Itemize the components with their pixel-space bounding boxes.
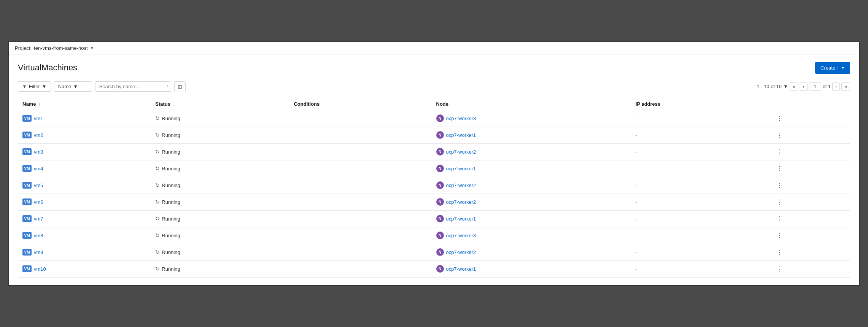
vm-table: Name ↑ Status ↕ Conditions Node IP addre… (18, 98, 850, 278)
row-kebab-button[interactable]: ⋮ (774, 114, 785, 123)
vm-name-link[interactable]: vm7 (34, 216, 43, 222)
vm-name-link[interactable]: vm1 (34, 116, 43, 121)
create-button[interactable]: Create ▼ (815, 62, 850, 74)
pagination-of-label: of 1 (823, 84, 831, 89)
cell-actions: ⋮ (769, 143, 850, 160)
cell-ip: - (631, 227, 770, 244)
search-input[interactable] (95, 81, 171, 92)
cell-node: N ocp7-worker3 (432, 227, 631, 244)
cell-name: VM vm7 (18, 210, 151, 227)
cell-node: N ocp7-worker3 (432, 110, 631, 127)
search-input-wrap: / (95, 81, 171, 92)
cell-status: ↻ Running (151, 244, 289, 260)
col-header-ip: IP address (631, 98, 770, 110)
cell-name: VM vm2 (18, 127, 151, 143)
pagination-dropdown-icon: ▼ (783, 84, 788, 89)
ip-value: - (636, 233, 637, 238)
ip-value: - (636, 199, 637, 205)
vm-name-link[interactable]: vm6 (34, 199, 43, 205)
node-link[interactable]: ocp7-worker2 (446, 249, 476, 255)
node-badge: N (436, 165, 444, 172)
page-header: VirtualMachines Create ▼ (18, 62, 850, 74)
project-name: ten-vms-from-same-host (34, 45, 88, 51)
vm-name-link[interactable]: vm10 (34, 266, 46, 272)
cell-conditions (289, 227, 431, 244)
pagination-first-button[interactable]: « (790, 83, 798, 91)
pagination-count-wrap: 1 - 10 of 10 ▼ (757, 84, 788, 89)
row-kebab-button[interactable]: ⋮ (774, 181, 785, 190)
row-kebab-button[interactable]: ⋮ (774, 148, 785, 156)
filter-icon: ▼ (22, 84, 27, 89)
vm-badge: VM (22, 265, 32, 272)
cell-status: ↻ Running (151, 177, 289, 194)
cell-ip: - (631, 244, 770, 260)
vm-name-link[interactable]: vm5 (34, 183, 43, 188)
cell-node: N ocp7-worker2 (432, 244, 631, 260)
cell-status: ↻ Running (151, 160, 289, 177)
vm-name-link[interactable]: vm4 (34, 166, 43, 171)
name-dropdown[interactable]: Name ▼ (54, 81, 92, 92)
col-header-node: Node (432, 98, 631, 110)
cell-node: N ocp7-worker1 (432, 260, 631, 277)
filter-button[interactable]: ▼ Filter ▼ (18, 81, 51, 92)
node-link[interactable]: ocp7-worker1 (446, 132, 476, 138)
row-kebab-button[interactable]: ⋮ (774, 214, 785, 223)
col-header-name[interactable]: Name ↑ (18, 98, 151, 110)
node-link[interactable]: ocp7-worker3 (446, 233, 476, 238)
cell-conditions (289, 143, 431, 160)
status-text: Running (162, 233, 180, 238)
cell-node: N ocp7-worker2 (432, 143, 631, 160)
row-kebab-button[interactable]: ⋮ (774, 164, 785, 173)
pagination: 1 - 10 of 10 ▼ « ‹ of 1 › » (757, 82, 850, 91)
pagination-last-button[interactable]: » (841, 83, 850, 91)
cell-ip: - (631, 160, 770, 177)
vm-name-link[interactable]: vm9 (34, 249, 43, 255)
row-kebab-button[interactable]: ⋮ (774, 198, 785, 206)
cell-status: ↻ Running (151, 143, 289, 160)
table-body: VM vm1 ↻ Running N ocp7-worker3 - (18, 110, 850, 277)
node-link[interactable]: ocp7-worker1 (446, 166, 476, 171)
columns-manage-button[interactable]: ⊞ (174, 81, 186, 92)
cell-conditions (289, 110, 431, 127)
node-link[interactable]: ocp7-worker3 (446, 116, 476, 121)
pagination-page-input[interactable] (809, 82, 821, 91)
vm-name-link[interactable]: vm3 (34, 149, 43, 155)
cell-node: N ocp7-worker2 (432, 194, 631, 210)
cell-name: VM vm8 (18, 227, 151, 244)
node-link[interactable]: ocp7-worker1 (446, 216, 476, 222)
page-title: VirtualMachines (18, 63, 77, 73)
cell-actions: ⋮ (769, 227, 850, 244)
status-text: Running (162, 199, 180, 205)
vm-badge: VM (22, 198, 32, 205)
pagination-next-button[interactable]: › (832, 83, 840, 91)
cell-actions: ⋮ (769, 160, 850, 177)
row-kebab-button[interactable]: ⋮ (774, 231, 785, 240)
vm-name-link[interactable]: vm8 (34, 233, 43, 238)
row-kebab-button[interactable]: ⋮ (774, 248, 785, 257)
cell-conditions (289, 177, 431, 194)
ip-value: - (636, 149, 637, 155)
name-sort-icon: ↑ (38, 102, 40, 106)
row-kebab-button[interactable]: ⋮ (774, 265, 785, 273)
vm-badge: VM (22, 132, 32, 138)
vm-name-link[interactable]: vm2 (34, 132, 43, 138)
project-selector[interactable]: Project: ten-vms-from-same-host ▼ (15, 45, 94, 51)
cell-actions: ⋮ (769, 110, 850, 127)
node-link[interactable]: ocp7-worker2 (446, 199, 476, 205)
node-link[interactable]: ocp7-worker1 (446, 266, 476, 272)
cell-name: VM vm4 (18, 160, 151, 177)
cell-conditions (289, 194, 431, 210)
running-icon: ↻ (155, 199, 160, 205)
columns-icon: ⊞ (178, 84, 182, 90)
cell-name: VM vm3 (18, 143, 151, 160)
cell-node: N ocp7-worker1 (432, 160, 631, 177)
cell-ip: - (631, 260, 770, 277)
pagination-prev-button[interactable]: ‹ (800, 83, 808, 91)
node-link[interactable]: ocp7-worker2 (446, 149, 476, 155)
cell-name: VM vm6 (18, 194, 151, 210)
node-link[interactable]: ocp7-worker2 (446, 183, 476, 188)
node-badge: N (436, 248, 444, 256)
col-header-status[interactable]: Status ↕ (151, 98, 289, 110)
project-label: Project: (15, 45, 32, 51)
row-kebab-button[interactable]: ⋮ (774, 131, 785, 140)
